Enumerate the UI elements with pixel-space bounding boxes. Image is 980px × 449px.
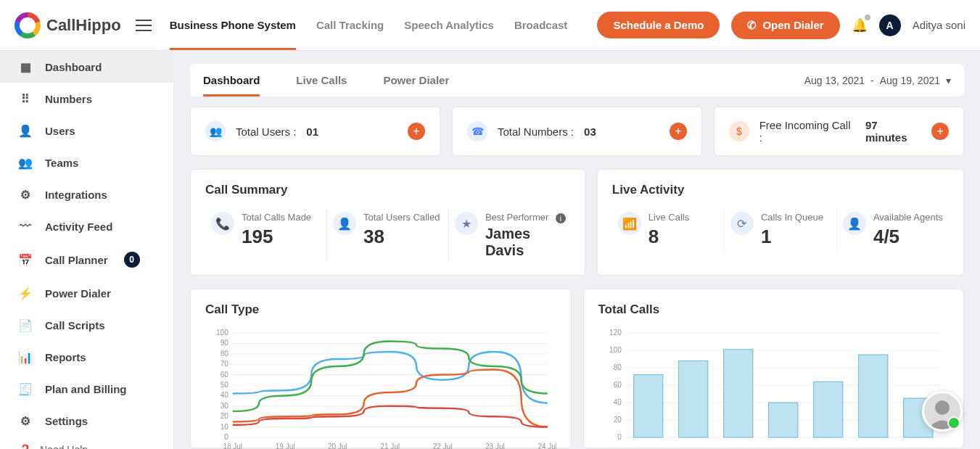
stat-total-users: 👥 Total Users : 01 + (190, 107, 440, 156)
logo[interactable]: CallHippo (15, 12, 121, 38)
brand-name: CallHippo (46, 16, 121, 35)
info-icon[interactable]: i (556, 213, 566, 223)
plug-icon: ⚙︎ (19, 188, 32, 201)
svg-text:100: 100 (609, 346, 622, 354)
call-type-chart: 010203040506070809010018 Jul19 Jul20 Jul… (205, 329, 556, 449)
waves-icon: 〰 (19, 220, 32, 233)
live-icon: 📶 (618, 212, 641, 235)
svg-text:23 Jul: 23 Jul (485, 442, 505, 449)
date-from: Aug 13, 2021 (804, 75, 865, 86)
metric-value: 8 (648, 226, 689, 248)
add-number-button[interactable]: + (670, 123, 687, 140)
svg-text:70: 70 (221, 360, 229, 368)
svg-text:20: 20 (613, 416, 622, 424)
sidebar-item-reports[interactable]: 📊Reports (0, 341, 173, 373)
date-range-picker[interactable]: Aug 13, 2021 - Aug 19, 2021 ▾ (804, 75, 951, 86)
main-content: Dashboard Live Calls Power Dialer Aug 13… (174, 51, 980, 449)
main-tab-power-dialer[interactable]: Power Dialer (383, 64, 449, 96)
sidebar-item-teams[interactable]: 👥Teams (0, 147, 173, 178)
open-dialer-button[interactable]: ✆ Open Dialer (731, 12, 839, 39)
sidebar-item-numbers[interactable]: ⠿Numbers (0, 83, 173, 115)
sidebar-label: Power Dialer (45, 287, 111, 300)
calendar-icon: 📅 (19, 253, 32, 266)
sidebar-item-power-dialer[interactable]: ⚡Power Dialer (0, 277, 173, 309)
stat-label: Free Incoming Call : (759, 119, 855, 144)
tab-call-tracking[interactable]: Call Tracking (316, 0, 384, 50)
svg-text:40: 40 (613, 398, 622, 406)
svg-text:20 Jul: 20 Jul (328, 442, 347, 449)
chart-icon: 📊 (19, 350, 32, 363)
svg-text:19 Jul: 19 Jul (276, 442, 295, 449)
top-nav-tabs: Business Phone System Call Tracking Spee… (170, 0, 568, 50)
metric-agents: 👤 Available Agents 4/5 (837, 209, 949, 251)
support-avatar[interactable] (922, 391, 963, 432)
main-tab-dashboard[interactable]: Dashboard (203, 64, 260, 96)
tab-business-phone[interactable]: Business Phone System (170, 0, 296, 50)
metric-value: 4/5 (873, 226, 943, 248)
svg-text:0: 0 (224, 433, 228, 441)
svg-text:100: 100 (216, 329, 228, 337)
metric-label: Available Agents (873, 212, 943, 223)
add-user-button[interactable]: + (408, 123, 425, 140)
agent-icon: 👤 (843, 212, 866, 235)
metric-label: Calls In Queue (761, 212, 823, 223)
billing-icon: 🧾 (19, 382, 32, 395)
sidebar-label: Dashboard (45, 61, 102, 73)
sidebar-label: Numbers (45, 93, 92, 105)
user-avatar[interactable]: A (879, 15, 901, 36)
svg-text:80: 80 (613, 363, 622, 371)
svg-text:18 Jul: 18 Jul (223, 442, 242, 449)
sidebar-item-settings[interactable]: ⚙Settings (0, 405, 173, 437)
svg-text:22 Jul: 22 Jul (433, 442, 453, 449)
svg-text:21 Jul: 21 Jul (380, 442, 400, 449)
tab-speech-analytics[interactable]: Speech Analytics (404, 0, 494, 50)
sidebar-label: Call Scripts (45, 319, 105, 331)
numbers-icon: ☎ (467, 121, 487, 141)
sidebar-item-integrations[interactable]: ⚙︎Integrations (0, 178, 173, 210)
main-tabs: Dashboard Live Calls Power Dialer (203, 64, 449, 96)
user-icon: 👤 (19, 124, 32, 137)
svg-text:90: 90 (221, 339, 229, 347)
sidebar-item-activity-feed[interactable]: 〰Activity Feed (0, 210, 173, 242)
sidebar-label: Plan and Billing (45, 383, 127, 395)
team-icon: 👥 (19, 156, 32, 169)
metric-value: 1 (761, 226, 823, 248)
sidebar-item-plan-billing[interactable]: 🧾Plan and Billing (0, 373, 173, 405)
metric-label: Live Calls (648, 212, 689, 223)
main-tab-live-calls[interactable]: Live Calls (296, 64, 347, 96)
summary-row: Call Summary 📞 Total Calls Made 195 👤 To… (190, 169, 964, 276)
add-credit-button[interactable]: + (931, 123, 949, 140)
schedule-demo-button[interactable]: Schedule a Demo (597, 12, 720, 38)
metric-label: Total Calls Made (242, 212, 311, 223)
sidebar-item-dashboard[interactable]: ▦Dashboard (0, 51, 173, 83)
open-dialer-label: Open Dialer (762, 19, 823, 31)
metric-value: 38 (363, 226, 440, 248)
phone-icon: ✆ (747, 19, 757, 32)
sidebar-label: Integrations (45, 189, 107, 201)
sidebar-item-users[interactable]: 👤Users (0, 115, 173, 147)
metric-users-called: 👤 Total Users Called 38 (327, 209, 449, 262)
notification-bell-icon[interactable]: 🔔 (852, 17, 868, 33)
sidebar: ▦Dashboard ⠿Numbers 👤Users 👥Teams ⚙︎Inte… (0, 51, 174, 449)
tab-broadcast[interactable]: Broadcast (514, 0, 567, 50)
svg-text:40: 40 (221, 391, 229, 399)
svg-text:30: 30 (221, 402, 229, 410)
need-help-link[interactable]: ❓Need Help (0, 437, 173, 449)
metric-label: Best Performer (485, 212, 564, 223)
sidebar-item-call-planner[interactable]: 📅Call Planner0 (0, 242, 173, 277)
metric-queue: ⟳ Calls In Queue 1 (725, 209, 837, 251)
menu-toggle-icon[interactable] (136, 20, 152, 31)
stat-label: Total Numbers : (498, 125, 574, 138)
header: CallHippo Business Phone System Call Tra… (0, 0, 980, 51)
sidebar-label: Settings (45, 415, 88, 427)
metric-best-performer: ★ Best Performer James Davis i (449, 209, 570, 262)
stat-value: 97 minutes (865, 119, 921, 144)
stat-total-numbers: ☎ Total Numbers : 03 + (452, 107, 702, 156)
gear-icon: ⚙ (19, 414, 32, 427)
sidebar-item-call-scripts[interactable]: 📄Call Scripts (0, 309, 173, 341)
card-title: Live Activity (612, 183, 949, 197)
svg-text:120: 120 (609, 329, 622, 337)
user-icon: 👤 (333, 212, 356, 235)
date-to: Aug 19, 2021 (880, 75, 940, 86)
metric-total-calls: 📞 Total Calls Made 195 (205, 209, 327, 262)
